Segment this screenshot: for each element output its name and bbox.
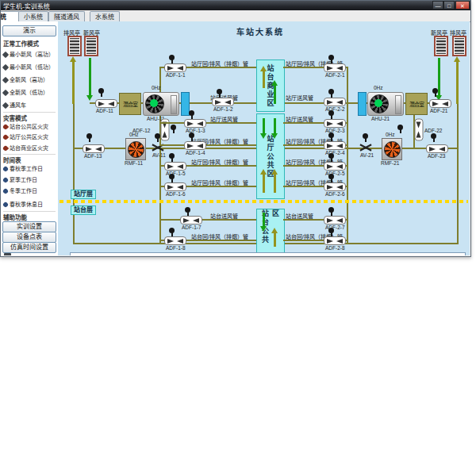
branch-damper[interactable] (324, 182, 346, 191)
sensor-icon (155, 133, 160, 139)
branch-damper[interactable] (164, 162, 186, 171)
return-fan[interactable] (382, 138, 402, 160)
damper-adf-11[interactable] (95, 99, 117, 108)
mode-icon (2, 102, 9, 109)
tab-small-system[interactable]: 小系统 (18, 11, 48, 22)
mode-all-fresh-high[interactable]: 全新风（高功） (3, 75, 48, 83)
fan-hub-icon (374, 99, 382, 107)
schedule-icon (2, 202, 9, 208)
fan-wheel-icon (128, 141, 144, 158)
event-log[interactable]: 2015/10/20 16:43:33: 初始化完成！ (70, 252, 466, 255)
sensor-icon (328, 207, 334, 213)
damper-label: ADF-1-3 (186, 128, 205, 133)
window-title: 学生机-实训系统 (3, 2, 50, 10)
tab-water-system[interactable]: 水系统 (90, 11, 120, 22)
branch-damper[interactable] (164, 63, 186, 72)
damper-label: ADF-11 (96, 108, 113, 113)
sensor-icon (328, 110, 334, 116)
clipped-item-icon (4, 253, 11, 255)
duct-label: 站台送风管 (286, 212, 313, 220)
damper-adf-22[interactable] (415, 119, 424, 141)
tab-tunnel-vent[interactable]: 隧道通风 (48, 11, 85, 22)
fire-icon (2, 145, 9, 152)
minimize-button[interactable]: — (432, 1, 443, 10)
duct-line (457, 104, 459, 244)
app-window: 学生机-实训系统 — □ ✕ 大系统 小系统 隧道通风 水系统 演示 正常工作模… (0, 0, 471, 257)
exhaust-up-arrow (456, 60, 459, 104)
mode-all-fresh-low[interactable]: 全新风（低功） (3, 88, 48, 96)
sensor-icon (169, 153, 175, 159)
branch-damper[interactable] (164, 236, 186, 245)
sensor-icon (169, 228, 175, 233)
ahu-unit[interactable] (143, 92, 179, 116)
damper-label: ADF-1-4 (186, 150, 205, 155)
mode-commercial-fire[interactable]: 站台商业区火灾 (3, 144, 48, 152)
damper-label: ADF-1-2 (213, 106, 233, 112)
damper-adf-21[interactable] (429, 99, 451, 108)
branch-damper[interactable] (324, 119, 346, 128)
mode-icon (2, 64, 9, 71)
branch-damper[interactable] (324, 98, 346, 106)
demo-button[interactable]: 演示 (2, 25, 56, 36)
fan-wheel-icon (384, 141, 401, 158)
branch-damper[interactable] (324, 162, 346, 171)
zone-exhaust-arrow (274, 231, 276, 247)
tab-bar: 大系统 小系统 隧道通风 水系统 (1, 10, 470, 22)
damper-label: ADF-13 (84, 153, 102, 159)
damper-label: ADF-23 (428, 153, 445, 159)
branch-duct (159, 122, 256, 124)
diagram-title: 车站大系统 (236, 25, 284, 37)
log-entry: 2015/10/20 16:43:33: 初始化完成！ (74, 255, 161, 255)
branch-damper[interactable] (324, 63, 346, 72)
damper-label: ADF-1-6 (166, 191, 186, 197)
maximize-button[interactable]: □ (443, 1, 455, 10)
damper-adf-23[interactable] (426, 144, 448, 153)
sensor-icon (328, 153, 334, 159)
mode-ventilation[interactable]: 通风车 (3, 101, 26, 109)
branch-damper[interactable] (184, 119, 206, 128)
schedule-summer-workday[interactable]: 夏季工作日 (3, 175, 37, 183)
tab-big-system[interactable]: 大系统 (1, 11, 20, 22)
sidebar: 演示 正常工作模式 最小新风（高功） 最小新风（低功） 全新风（高功） 全新风（… (1, 21, 59, 255)
sensor-icon (217, 89, 222, 94)
branch-damper[interactable] (184, 141, 206, 150)
branch-damper[interactable] (212, 98, 234, 106)
sensor-icon (189, 110, 194, 116)
sim-time-settings-button[interactable]: 仿真时间设置 (2, 242, 56, 253)
branch-damper[interactable] (164, 182, 186, 191)
branch-damper[interactable] (324, 141, 346, 150)
sensor-icon (189, 132, 194, 138)
training-settings-button[interactable]: 实训设置 (2, 221, 56, 232)
mode-platform-fire[interactable]: 站台公共区火灾 (3, 122, 48, 130)
branch-damper[interactable] (180, 216, 202, 225)
zone-supply-arrow (263, 213, 265, 228)
zone-supply-arrow (274, 83, 276, 104)
ahu-unit[interactable] (367, 92, 404, 116)
section-disaster-modes: 灾害模式 (3, 112, 56, 122)
ahu-frequency: 0Hz (374, 85, 383, 90)
sensor-icon (328, 89, 334, 94)
mode-min-fresh-low[interactable]: 最小新风（低功） (3, 63, 54, 71)
mode-min-fresh-high[interactable]: 最小新风（高功） (3, 50, 54, 58)
branch-damper[interactable] (324, 216, 346, 225)
schedule-spring-autumn-restday[interactable]: 春秋季休息日 (3, 200, 43, 208)
valve-av-21[interactable] (359, 144, 372, 152)
branch-duct (159, 219, 256, 221)
mode-hall-fire[interactable]: 站厅公共区火灾 (3, 132, 48, 140)
damper-label: ADF-1-8 (166, 245, 186, 251)
schedule-spring-autumn-workday[interactable]: 春秋季工作日 (3, 164, 43, 172)
damper-label: ADF-21 (430, 108, 447, 113)
schedule-winter-workday[interactable]: 冬季工作日 (3, 186, 37, 194)
sensor-icon (169, 55, 175, 60)
device-points-button[interactable]: 设备点表 (2, 232, 56, 243)
damper-label: ADF-22 (424, 128, 442, 133)
return-fan[interactable] (125, 138, 146, 160)
duct-label: 站台回/排风（排烟）管 (191, 232, 248, 240)
damper-adf-13[interactable] (83, 144, 105, 153)
sensor-icon (171, 125, 176, 130)
fan-label: RMF-11 (125, 160, 143, 166)
sensor-icon (86, 133, 92, 139)
close-button[interactable]: ✕ (455, 1, 470, 10)
fresh-air-pavilion-icon (434, 36, 448, 56)
branch-damper[interactable] (324, 236, 346, 245)
